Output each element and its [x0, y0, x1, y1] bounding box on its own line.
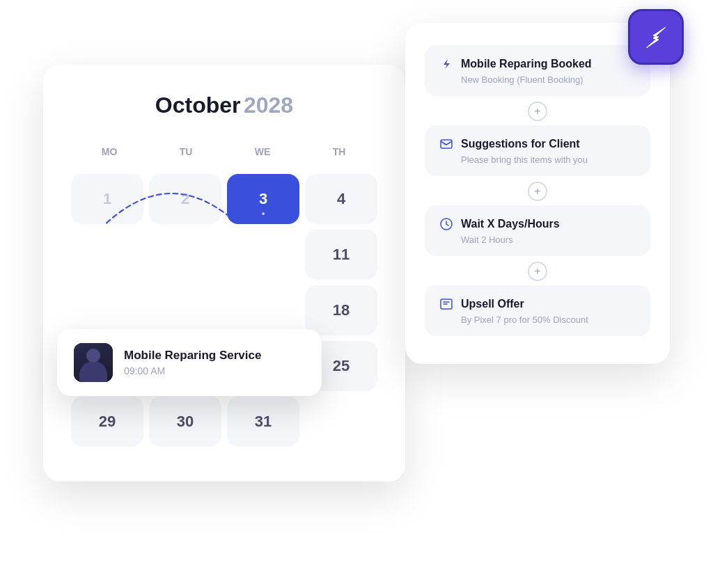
step-wait-subtitle: Wait 2 Hours [461, 235, 636, 245]
plus-circle-2[interactable]: + [528, 182, 547, 201]
avatar-image [74, 343, 113, 382]
calendar-day-3[interactable]: 3 [227, 174, 299, 224]
weekday-we: WE [224, 141, 301, 163]
calendar-day-empty-7 [305, 397, 377, 447]
workflow-card: Mobile Reparing Booked New Booking (Flue… [405, 23, 670, 364]
calendar-header: October 2028 [71, 93, 377, 118]
calendar-day-1[interactable]: 1 [71, 174, 143, 224]
step-wait-header: Wait X Days/Hours [439, 216, 636, 232]
step-wait-title: Wait X Days/Hours [461, 218, 560, 230]
weekday-mo: MO [71, 141, 148, 163]
workflow-step-booked[interactable]: Mobile Reparing Booked New Booking (Flue… [425, 45, 650, 96]
appointment-time: 09:00 AM [124, 365, 305, 376]
clock-icon [439, 216, 454, 232]
calendar-card: October 2028 MO TU WE TH 1 2 3 4 11 18 [43, 65, 405, 482]
envelope-icon [439, 136, 454, 152]
workflow-plus-1[interactable]: + [425, 102, 650, 121]
plus-circle-3[interactable]: + [528, 262, 547, 281]
calendar-day-empty-1 [71, 230, 143, 280]
calendar-month: October [155, 93, 241, 118]
calendar-day-29[interactable]: 29 [71, 397, 143, 447]
weekday-tu: TU [148, 141, 224, 163]
step-suggestions-header: Suggestions for Client [439, 136, 636, 152]
step-booked-subtitle: New Booking (Fluent Booking) [461, 74, 636, 85]
calendar-year: 2028 [244, 93, 293, 118]
calendar-weekdays: MO TU WE TH [71, 141, 377, 163]
calendar-day-empty-3 [227, 230, 299, 280]
calendar-day-empty-5 [149, 285, 221, 335]
step-upsell-subtitle: By Pixel 7 pro for 50% Discount [461, 315, 636, 325]
calendar-day-18[interactable]: 18 [305, 285, 377, 335]
step-booked-header: Mobile Reparing Booked [439, 56, 636, 72]
step-suggestions-title: Suggestions for Client [461, 138, 580, 150]
calendar-day-31[interactable]: 31 [227, 397, 299, 447]
step-upsell-header: Upsell Offer [439, 296, 636, 312]
plus-circle-1[interactable]: + [528, 102, 547, 121]
calendar-day-30[interactable]: 30 [149, 397, 221, 447]
svg-rect-0 [441, 140, 452, 148]
workflow-step-suggestions[interactable]: Suggestions for Client Please bring this… [425, 125, 650, 176]
app-icon [628, 9, 684, 65]
app-logo-icon [641, 22, 671, 52]
appointment-card: Mobile Reparing Service 09:00 AM [57, 329, 322, 396]
workflow-plus-2[interactable]: + [425, 182, 650, 201]
workflow-step-wait[interactable]: Wait X Days/Hours Wait 2 Hours [425, 205, 650, 256]
tag-icon [439, 296, 454, 312]
avatar [74, 343, 113, 382]
calendar-day-empty-2 [149, 230, 221, 280]
step-booked-title: Mobile Reparing Booked [461, 58, 592, 70]
appointment-title: Mobile Reparing Service [124, 349, 305, 363]
calendar-day-2[interactable]: 2 [149, 174, 221, 224]
weekday-th: TH [301, 141, 377, 163]
workflow-step-upsell[interactable]: Upsell Offer By Pixel 7 pro for 50% Disc… [425, 285, 650, 336]
step-suggestions-subtitle: Please bring this items with you [461, 154, 636, 165]
calendar-day-4[interactable]: 4 [305, 174, 377, 224]
step-upsell-title: Upsell Offer [461, 298, 524, 310]
workflow-plus-3[interactable]: + [425, 262, 650, 281]
calendar-grid: 1 2 3 4 11 18 22 23 24 25 29 30 31 [71, 174, 377, 447]
lightning-icon [439, 56, 454, 72]
calendar-day-11[interactable]: 11 [305, 230, 377, 280]
calendar-day-empty-4 [71, 285, 143, 335]
appointment-info: Mobile Reparing Service 09:00 AM [124, 349, 305, 376]
calendar-day-empty-6 [227, 285, 299, 335]
